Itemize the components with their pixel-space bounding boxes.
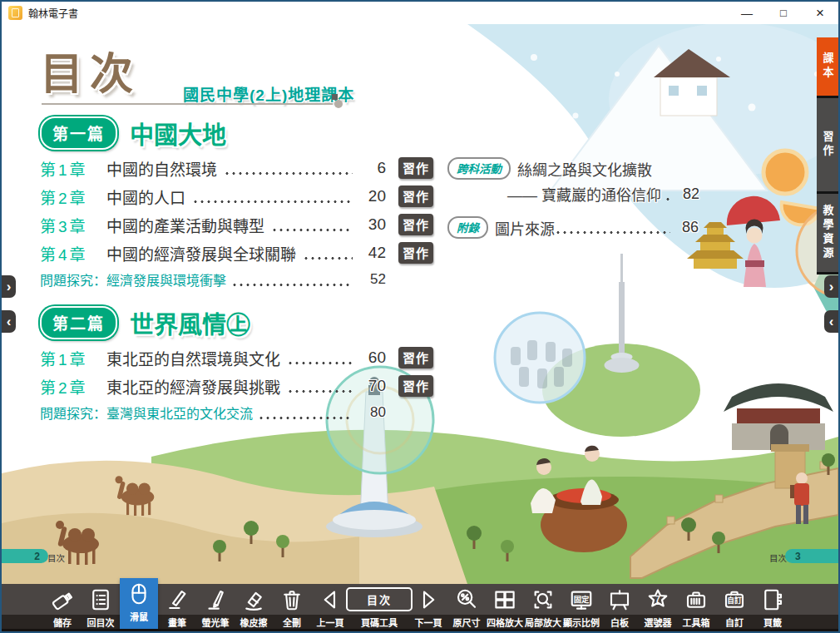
display-scale-button[interactable]: 固定 顯示比例 (562, 584, 600, 629)
chapter-page: 30 (356, 215, 386, 234)
workbook-badge[interactable]: 習作 (398, 214, 433, 235)
minimize-button[interactable]: — (729, 2, 765, 24)
cross-activity-badge: 跨科活動 (447, 157, 511, 180)
right-edge-forward-arrow[interactable]: › (824, 275, 838, 298)
chapter-number: 第2章 (40, 185, 106, 208)
toc-row-s2-explore[interactable]: 問題探究：臺灣與東北亞的文化交流 80 (40, 400, 386, 425)
page-number-tool[interactable]: 目次 頁碼工具 (349, 584, 409, 629)
explore-title: 問題探究：臺灣與東北亞的文化交流 (40, 403, 253, 423)
svg-text:自訂: 自訂 (727, 596, 742, 605)
right-edge-back-arrow[interactable]: ‹ (824, 310, 838, 333)
mouse-tool-button[interactable]: 滑鼠 (120, 578, 158, 629)
highlighter-tool-button[interactable]: 螢光筆 (196, 584, 235, 629)
svg-text:7: 7 (655, 594, 660, 604)
prev-page-icon (318, 584, 343, 615)
workbook-badge[interactable]: 習作 (398, 242, 433, 264)
toc-extras: 跨科活動 絲綢之路與文化擴散 —— 寶藏巖的通俗信仰 82 附錄 圖片來源 86 (447, 157, 699, 239)
toc-list: 第一篇 中國大地 第1章 中國的自然環境 6 習作 第2章 中國的人口 20 習… (40, 116, 386, 425)
eraser-tool-button[interactable]: 橡皮擦 (235, 584, 273, 629)
page-tabs-button[interactable]: 頁籤 (754, 584, 792, 629)
toc-row-s1c2[interactable]: 第2章 中國的人口 20 習作 (40, 182, 386, 210)
number-picker-button[interactable]: 7 選號器 (639, 584, 677, 629)
page-tabs-icon (760, 584, 785, 615)
chapter-title: 東北亞的自然環境與文化 (106, 347, 280, 369)
book-page: 目次 國民中學(2上)地理課本 第一篇 中國大地 第1章 中國的自然環境 6 習… (2, 24, 838, 584)
tab-teaching-resources[interactable]: 教學資源 (817, 194, 838, 272)
dot-leader (224, 171, 353, 176)
window-title: 翰林電子書 (28, 6, 78, 20)
chapter-title: 東北亞的經濟發展與挑戰 (106, 375, 280, 398)
toc-row-s1-explore[interactable]: 問題探究：經濟發展與環境衝擊 52 (40, 267, 386, 292)
chapter-page: 42 (356, 244, 386, 262)
whiteboard-button[interactable]: 白板 (600, 584, 639, 629)
dot-leader (287, 361, 353, 365)
svg-text:固定: 固定 (574, 594, 590, 603)
extra-appendix[interactable]: 附錄 圖片來源 86 (447, 216, 699, 239)
dot-leader (258, 416, 353, 420)
mouse-icon (126, 578, 151, 609)
pen-icon (165, 584, 190, 615)
region-zoom-icon (531, 584, 556, 615)
toolbox-icon (684, 584, 709, 615)
chapter-number: 第1章 (40, 347, 106, 369)
custom-button[interactable]: 自訂 自訂 (715, 584, 754, 629)
left-page-label: 目次 (47, 551, 65, 564)
zoom-percent-icon (454, 584, 479, 615)
chapter-number: 第2章 (40, 375, 106, 398)
custom-box-icon: 自訂 (722, 584, 747, 615)
workbook-badge[interactable]: 習作 (398, 185, 433, 207)
toc-row-s2c2[interactable]: 第2章 東北亞的經濟發展與挑戰 70 習作 (40, 372, 386, 400)
bottom-toolbar: 儲存 回目次 滑鼠 (2, 584, 838, 633)
workbook-badge[interactable]: 習作 (398, 347, 433, 368)
toc-row-s1c3[interactable]: 第3章 中國的產業活動與轉型 30 習作 (40, 210, 386, 239)
dot-leader (192, 200, 353, 204)
cross-activity-title: 絲綢之路與文化擴散 (517, 158, 652, 180)
close-button[interactable]: × (802, 2, 838, 24)
left-edge-back-arrow[interactable]: ‹ (2, 310, 16, 333)
next-page-button[interactable]: 下一頁 (409, 584, 447, 629)
page-subtitle: 國民中學(2上)地理課本 (183, 82, 354, 105)
toolbox-button[interactable]: 工具箱 (677, 584, 715, 629)
left-page-number-pill: 2 (2, 549, 48, 563)
section-1-badge: 第一篇 (40, 116, 117, 150)
titlebar: 翰林電子書 — □ × (2, 2, 838, 24)
toc-row-s1c1[interactable]: 第1章 中國的自然環境 6 習作 (40, 154, 386, 182)
toc-row-s2c1[interactable]: 第1章 東北亞的自然環境與文化 60 習作 (40, 344, 386, 372)
divider-square (332, 94, 338, 100)
chapter-page: 60 (356, 349, 386, 367)
pen-tool-button[interactable]: 畫筆 (158, 584, 196, 629)
right-page-label: 目次 (769, 551, 787, 564)
appendix-badge: 附錄 (447, 216, 488, 239)
chapter-page: 6 (356, 159, 386, 177)
highlighter-icon (203, 584, 228, 615)
whiteboard-icon (607, 584, 632, 615)
quad-zoom-button[interactable]: 四格放大 (486, 584, 524, 629)
extra-cross-activity[interactable]: 跨科活動 絲綢之路與文化擴散 —— 寶藏巖的通俗信仰 82 (447, 157, 699, 205)
section-1-header: 第一篇 中國大地 (40, 116, 386, 151)
workbook-badge[interactable]: 習作 (398, 375, 433, 397)
chapter-page: 70 (356, 377, 386, 395)
tab-workbook[interactable]: 習作 (817, 98, 838, 191)
tab-textbook[interactable]: 課本 (817, 37, 838, 96)
usb-save-icon (50, 584, 75, 615)
dot-leader (271, 228, 353, 232)
dot-leader (303, 256, 353, 260)
delete-all-button[interactable]: 全刪 (273, 584, 311, 629)
section-2-title: 世界風情㊤ (130, 305, 250, 340)
explore-page: 80 (356, 404, 386, 421)
back-to-toc-button[interactable]: 回目次 (82, 584, 120, 629)
appendix-title: 圖片來源 (495, 217, 555, 239)
left-edge-forward-arrow[interactable]: › (2, 275, 16, 298)
eraser-icon (241, 584, 266, 615)
dot-leader (665, 197, 671, 201)
save-button[interactable]: 儲存 (43, 584, 82, 629)
chapter-title: 中國的人口 (106, 185, 185, 208)
quad-grid-icon (492, 584, 517, 615)
region-zoom-button[interactable]: 局部放大 (524, 584, 562, 629)
toc-row-s1c4[interactable]: 第4章 中國的經濟發展與全球關聯 42 習作 (40, 239, 386, 267)
workbook-badge[interactable]: 習作 (398, 157, 433, 179)
previous-page-button[interactable]: 上一頁 (311, 584, 349, 629)
app-logo-icon (8, 6, 22, 20)
original-size-button[interactable]: 原尺寸 (447, 584, 486, 629)
maximize-button[interactable]: □ (765, 2, 802, 24)
